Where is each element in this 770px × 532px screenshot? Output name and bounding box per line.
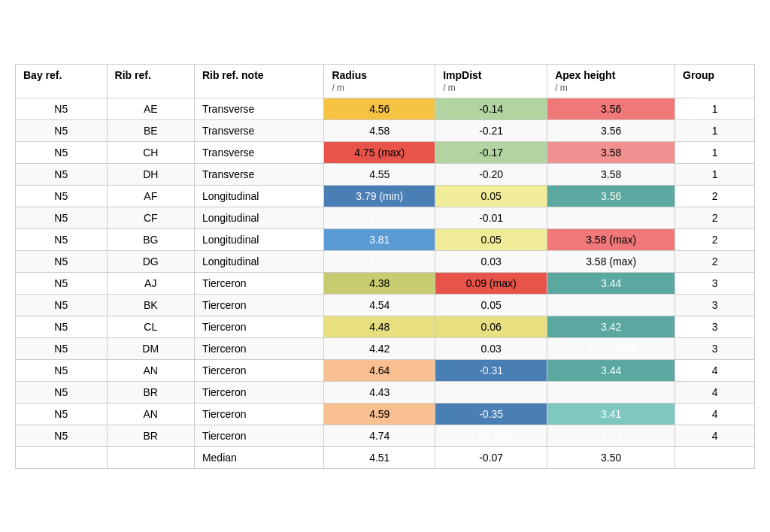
cell-impdist: 0.03 xyxy=(435,337,547,359)
cell-note: Longitudinal xyxy=(194,207,324,228)
cell-bay: N5 xyxy=(16,381,108,403)
cell-group: 3 xyxy=(675,294,755,316)
cell-group: 2 xyxy=(675,185,755,207)
cell-apex: 3.43 xyxy=(547,425,675,446)
cell-impdist: 0.09 (max) xyxy=(435,272,547,294)
cell-radius: 4.64 xyxy=(324,359,435,381)
data-table: Bay ref. Rib ref. Rib ref. note Radius /… xyxy=(15,64,755,469)
median-rib xyxy=(107,446,194,468)
median-radius: 4.51 xyxy=(324,446,435,468)
cell-rib: BR xyxy=(107,425,194,446)
cell-rib: BG xyxy=(107,228,194,250)
header-group: Group xyxy=(675,64,755,98)
cell-impdist: 0.05 xyxy=(435,228,547,250)
cell-group: 3 xyxy=(675,272,755,294)
cell-impdist: -0.21 xyxy=(435,119,547,141)
table-row: N5 AJ Tierceron 4.38 0.09 (max) 3.44 3 xyxy=(16,272,755,294)
cell-note: Transverse xyxy=(194,141,324,163)
table-row: N5 CH Transverse 4.75 (max) -0.17 3.58 1 xyxy=(16,141,755,163)
cell-group: 2 xyxy=(675,228,755,250)
cell-bay: N5 xyxy=(16,163,108,185)
cell-radius: 4.74 xyxy=(324,425,435,446)
cell-impdist: -0.26 xyxy=(435,381,547,403)
cell-apex: 3.44 xyxy=(547,272,675,294)
cell-group: 1 xyxy=(675,141,755,163)
cell-impdist: -0.14 xyxy=(435,98,547,119)
cell-impdist: -0.35 xyxy=(435,403,547,425)
cell-rib: AE xyxy=(107,98,194,119)
cell-rib: DH xyxy=(107,163,194,185)
table-row: N5 DH Transverse 4.55 -0.20 3.58 1 xyxy=(16,163,755,185)
median-impdist: -0.07 xyxy=(435,446,547,468)
cell-impdist: -0.35 (min) xyxy=(435,425,547,446)
cell-group: 1 xyxy=(675,98,755,119)
cell-group: 3 xyxy=(675,337,755,359)
cell-bay: N5 xyxy=(16,207,108,228)
table-row: N5 BG Longitudinal 3.81 0.05 3.58 (max) … xyxy=(16,228,755,250)
cell-impdist: 0.05 xyxy=(435,185,547,207)
cell-group: 2 xyxy=(675,250,755,272)
cell-radius: 4.75 (max) xyxy=(324,141,435,163)
cell-bay: N5 xyxy=(16,119,108,141)
cell-rib: CF xyxy=(107,207,194,228)
cell-group: 4 xyxy=(675,425,755,446)
cell-note: Tierceron xyxy=(194,272,324,294)
cell-radius: 4.59 xyxy=(324,403,435,425)
cell-apex: 3.43 xyxy=(547,381,675,403)
cell-apex: 3.56 xyxy=(547,185,675,207)
cell-rib: DG xyxy=(107,250,194,272)
cell-apex: 3.42 xyxy=(547,316,675,337)
cell-note: Tierceron xyxy=(194,294,324,316)
cell-bay: N5 xyxy=(16,425,108,446)
cell-bay: N5 xyxy=(16,337,108,359)
cell-radius: 4.38 xyxy=(324,272,435,294)
cell-bay: N5 xyxy=(16,185,108,207)
table-row: N5 CF Longitudinal 3.88 -0.01 3.56 2 xyxy=(16,207,755,228)
cell-bay: N5 xyxy=(16,294,108,316)
cell-group: 4 xyxy=(675,403,755,425)
header-apex: Apex height / m xyxy=(547,64,675,98)
cell-group: 1 xyxy=(675,119,755,141)
cell-impdist: 0.06 xyxy=(435,316,547,337)
cell-apex: 3.58 (max) xyxy=(547,250,675,272)
cell-bay: N5 xyxy=(16,403,108,425)
cell-apex: 3.41 xyxy=(547,403,675,425)
cell-radius: 4.54 xyxy=(324,294,435,316)
cell-rib: CH xyxy=(107,141,194,163)
cell-note: Transverse xyxy=(194,119,324,141)
cell-apex: 3.41 (min) xyxy=(547,337,675,359)
cell-bay: N5 xyxy=(16,359,108,381)
table-row: N5 DM Tierceron 4.42 0.03 3.41 (min) 3 xyxy=(16,337,755,359)
cell-apex: 3.58 xyxy=(547,141,675,163)
cell-rib: BR xyxy=(107,381,194,403)
median-apex: 3.50 xyxy=(547,446,675,468)
cell-apex: 3.58 xyxy=(547,163,675,185)
header-impdist: ImpDist / m xyxy=(435,64,547,98)
cell-radius: 3.79 (min) xyxy=(324,185,435,207)
cell-impdist: 0.03 xyxy=(435,250,547,272)
table-container: Bay ref. Rib ref. Rib ref. note Radius /… xyxy=(0,49,770,484)
cell-rib: BE xyxy=(107,119,194,141)
cell-bay: N5 xyxy=(16,316,108,337)
cell-note: Transverse xyxy=(194,163,324,185)
header-rib-ref: Rib ref. xyxy=(107,64,194,98)
cell-bay: N5 xyxy=(16,250,108,272)
cell-radius: 4.56 xyxy=(324,98,435,119)
table-row: N5 AN Tierceron 4.59 -0.35 3.41 4 xyxy=(16,403,755,425)
cell-group: 4 xyxy=(675,359,755,381)
cell-impdist: -0.17 xyxy=(435,141,547,163)
cell-impdist: -0.20 xyxy=(435,163,547,185)
cell-apex: 3.56 xyxy=(547,119,675,141)
table-row: N5 AE Transverse 4.56 -0.14 3.56 1 xyxy=(16,98,755,119)
cell-note: Tierceron xyxy=(194,316,324,337)
cell-note: Longitudinal xyxy=(194,228,324,250)
cell-note: Longitudinal xyxy=(194,185,324,207)
cell-bay: N5 xyxy=(16,272,108,294)
median-row: Median 4.51 -0.07 3.50 xyxy=(16,446,755,468)
cell-radius: 3.85 xyxy=(324,250,435,272)
median-group xyxy=(675,446,755,468)
table-row: N5 BR Tierceron 4.74 -0.35 (min) 3.43 4 xyxy=(16,425,755,446)
header-radius: Radius / m xyxy=(324,64,435,98)
cell-rib: AN xyxy=(107,359,194,381)
cell-radius: 4.42 xyxy=(324,337,435,359)
